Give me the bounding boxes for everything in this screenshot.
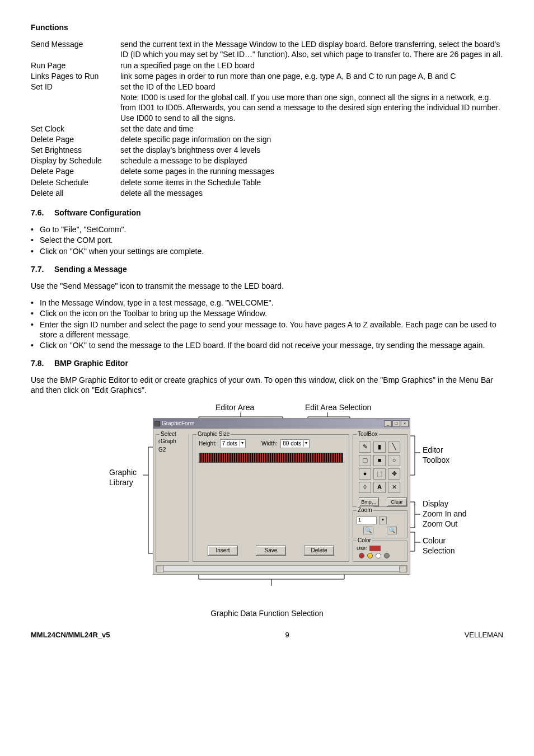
color-option-red[interactable] xyxy=(359,553,364,558)
zoom-out-icon[interactable]: 🔍 xyxy=(363,527,373,534)
figure-graphic-editor: Editor Area Edit Area Selection Graphic … xyxy=(31,402,503,604)
zoom-stepper[interactable]: ▾ xyxy=(379,516,387,524)
sec78-intro: Use the BMP Graphic Editor to edit or cr… xyxy=(31,375,503,395)
color-option-white[interactable] xyxy=(376,553,381,558)
functions-table: Send Messagesend the current text in the… xyxy=(31,39,503,199)
window-title: GraphicForm xyxy=(162,420,194,427)
clear-button[interactable]: Clear xyxy=(387,497,407,506)
titlebar: GraphicForm _ □ × xyxy=(153,419,410,429)
func-term: Set Clock xyxy=(31,124,120,134)
func-term: Set ID xyxy=(31,82,120,92)
table-row: Note: ID00 is used for the global call. … xyxy=(31,92,503,124)
func-desc: set the ID of the LED board xyxy=(120,82,503,92)
height-label: Height: xyxy=(199,440,217,447)
clear-tool-icon[interactable]: ✕ xyxy=(388,482,400,493)
func-term xyxy=(31,92,120,124)
figure-caption: Graphic Data Function Selection xyxy=(31,608,503,618)
circle-outline-tool-icon[interactable]: ○ xyxy=(388,455,400,466)
func-term: Display by Schedule xyxy=(31,156,120,166)
color-option-grey[interactable] xyxy=(384,553,390,558)
rect-fill-tool-icon[interactable]: ■ xyxy=(373,455,386,466)
label-text: Display xyxy=(423,499,448,508)
func-desc: set the date and time xyxy=(120,124,503,134)
section-number: 7.6. xyxy=(31,208,52,218)
preview-canvas[interactable] xyxy=(199,453,343,463)
label-display-zoom: Display Zoom In and Zoom Out xyxy=(423,499,467,529)
table-row: Set IDset the ID of the LED board xyxy=(31,82,503,92)
bmp-button[interactable]: Bmp… xyxy=(359,497,379,506)
list-item: Click on the icon on the Toolbar to brin… xyxy=(31,308,503,318)
rect-outline-tool-icon[interactable]: ▢ xyxy=(359,455,371,466)
func-term: Links Pages to Run xyxy=(31,71,120,82)
table-row: Set Clockset the date and time xyxy=(31,124,503,134)
pencil-tool-icon[interactable]: ✎ xyxy=(359,442,371,453)
label-editor-area: Editor Area xyxy=(216,402,254,412)
label-text: Toolbox xyxy=(423,456,449,464)
list-item: Click on "OK" to send the message to the… xyxy=(31,340,503,350)
delete-button[interactable]: Delete xyxy=(304,546,334,556)
list-item: Enter the sign ID number and select the … xyxy=(31,320,503,340)
table-row: Delete alldelete all the messages xyxy=(31,188,503,199)
color-swatch[interactable] xyxy=(369,546,381,551)
sec77-list: In the Message Window, type in a test me… xyxy=(31,298,503,350)
list-item: Select the COM port. xyxy=(31,235,503,245)
zoom-in-icon[interactable]: 🔍 xyxy=(387,527,397,534)
label-text: Editor xyxy=(423,445,443,454)
save-button[interactable]: Save xyxy=(256,546,286,556)
func-term: Delete all xyxy=(31,188,120,199)
group-legend: Graphic Size xyxy=(196,430,231,438)
window-body: Select Graph G1 G2 Graphic Size Height: … xyxy=(153,429,410,574)
insert-button[interactable]: Insert xyxy=(208,546,238,556)
label-text: Zoom Out xyxy=(423,519,457,528)
func-desc: delete all the messages xyxy=(120,188,503,199)
label-text: Library xyxy=(109,478,133,487)
group-legend: Color xyxy=(357,537,372,544)
func-term: Delete Page xyxy=(31,134,120,145)
horizontal-scrollbar[interactable] xyxy=(156,565,407,572)
table-row: Delete Pagedelete specific page informat… xyxy=(31,134,503,145)
select-tool-icon[interactable]: ⬚ xyxy=(373,468,386,480)
func-desc: set the display's brightness over 4 leve… xyxy=(120,145,503,156)
footer-page: 9 xyxy=(110,631,465,640)
func-term: Delete Schedule xyxy=(31,177,120,188)
func-term: Run Page xyxy=(31,60,120,71)
func-desc: delete specific page information on the … xyxy=(120,134,503,145)
ellipse-fill-tool-icon[interactable]: ● xyxy=(359,468,371,480)
move-tool-icon[interactable]: ✥ xyxy=(388,468,400,480)
label-text: Zoom In and xyxy=(423,509,467,518)
list-item[interactable]: G2 xyxy=(158,446,186,454)
section-text: Software Configuration xyxy=(54,208,141,217)
functions-heading: Functions xyxy=(31,22,503,32)
graphicform-window: GraphicForm _ □ × Select Graph G1 G2 Gra… xyxy=(153,418,410,575)
maximize-button[interactable]: □ xyxy=(392,420,400,427)
height-select[interactable]: 7 dots▾ xyxy=(220,439,246,448)
toolbox-group: ToolBox ✎ ▮ ╲ ▢ ■ ○ ● ⬚ ✥ ◊ A ✕ Bmp… xyxy=(353,434,407,507)
func-term: Delete Page xyxy=(31,166,120,177)
table-row: Run Pagerun a specified page on the LED … xyxy=(31,60,503,71)
footer-left: MML24CN/MML24R_v5 xyxy=(31,631,110,640)
group-legend: ToolBox xyxy=(357,430,379,438)
page-footer: MML24CN/MML24R_v5 9 VELLEMAN xyxy=(31,631,503,640)
func-term: Set Brightness xyxy=(31,145,120,156)
close-button[interactable]: × xyxy=(401,420,409,427)
eraser-tool-icon[interactable]: ◊ xyxy=(359,482,371,493)
list-item: In the Message Window, type in a test me… xyxy=(31,298,503,308)
color-option-yellow[interactable] xyxy=(367,553,373,558)
table-row: Delete Pagedelete some pages in the runn… xyxy=(31,166,503,177)
func-desc: link some pages in order to run more tha… xyxy=(120,71,503,82)
label-colour-selection: Colour Selection xyxy=(423,536,455,556)
select-value: 80 dots xyxy=(283,440,301,447)
section-number: 7.8. xyxy=(31,358,52,368)
width-select[interactable]: 80 dots▾ xyxy=(280,439,310,448)
minimize-button[interactable]: _ xyxy=(384,420,392,427)
fill-tool-icon[interactable]: ▮ xyxy=(373,442,386,453)
group-legend: Zoom xyxy=(357,506,373,514)
func-desc: run a specified page on the LED board xyxy=(120,60,503,71)
section-7-6-title: 7.6. Software Configuration xyxy=(31,208,503,218)
line-tool-icon[interactable]: ╲ xyxy=(388,442,400,453)
table-row: Send Messagesend the current text in the… xyxy=(31,39,503,60)
text-tool-icon[interactable]: A xyxy=(373,482,386,493)
chevron-down-icon: ▾ xyxy=(240,440,243,446)
zoom-input[interactable]: 1 xyxy=(357,516,377,524)
group-legend: Select Graph xyxy=(160,430,189,445)
